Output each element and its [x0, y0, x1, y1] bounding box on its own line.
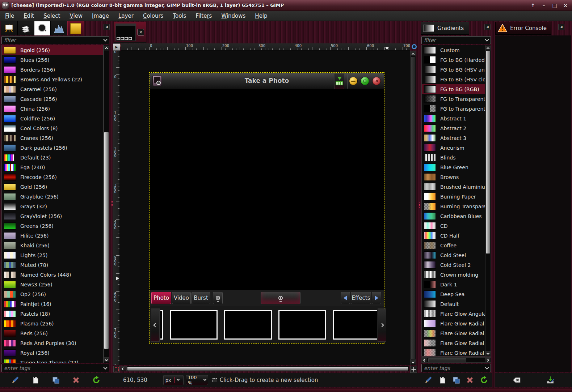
tab-palettes[interactable] — [67, 21, 84, 35]
pane-grip[interactable] — [112, 201, 113, 207]
ruler-menu-button[interactable]: ▶ — [113, 43, 120, 51]
gradient-item[interactable]: Deep Sea — [422, 289, 485, 299]
tab-brushes[interactable] — [34, 21, 51, 35]
palette-item[interactable]: Hilite (256) — [2, 231, 103, 240]
palette-tags-input[interactable]: enter tags — [1, 364, 109, 372]
gradient-item[interactable]: CD Half — [422, 231, 485, 240]
save-log-button[interactable] — [546, 375, 555, 385]
edit-gradient-button[interactable] — [424, 375, 433, 385]
tab-document-history[interactable] — [17, 21, 34, 35]
palette-item[interactable]: Cranes (256) — [2, 133, 103, 143]
duplicate-gradient-button[interactable] — [451, 375, 461, 385]
gradient-item[interactable]: Dark 1 — [422, 280, 485, 289]
image-tab-close-icon[interactable]: × — [138, 29, 144, 35]
menu-view[interactable]: View — [70, 13, 83, 19]
palette-item[interactable]: Browns And Yellows (22) — [2, 74, 103, 84]
menu-edit[interactable]: Edit — [24, 13, 34, 19]
menu-image[interactable]: Image — [92, 13, 109, 19]
palette-item[interactable]: Paintjet (16) — [2, 299, 103, 309]
gradient-item[interactable]: Burning Paper — [422, 192, 485, 201]
palette-item[interactable]: Lights (25) — [2, 250, 103, 260]
delete-palette-button[interactable] — [71, 375, 81, 385]
gradient-item[interactable]: Flare Glow Radial 4 — [422, 348, 485, 357]
gradient-item[interactable]: FG to BG (HSV clockwise hue) — [422, 74, 485, 84]
pane-grip[interactable] — [419, 203, 420, 208]
gradient-item[interactable]: Abstract 1 — [422, 114, 485, 123]
palette-item[interactable]: Gold (256) — [2, 182, 103, 192]
new-palette-button[interactable] — [31, 375, 40, 385]
palette-item[interactable]: Named Colors (448) — [2, 270, 103, 280]
gradient-item[interactable]: Burning Transparency — [422, 201, 485, 211]
gradient-item[interactable]: Browns — [422, 172, 485, 182]
gradient-filter-input[interactable]: filter — [421, 36, 491, 44]
gradient-item[interactable]: Flare Glow Angular 1 — [422, 309, 485, 319]
gradient-item[interactable]: FG to BG (RGB) — [422, 84, 485, 94]
gradients-dock-menu-button[interactable]: ◀ — [484, 24, 491, 30]
palette-item[interactable]: Khaki (256) — [2, 240, 103, 250]
scroll-left-button[interactable] — [121, 366, 126, 371]
palette-item[interactable]: News3 (256) — [2, 280, 103, 289]
gradient-item[interactable]: Aneurism — [422, 143, 485, 153]
menu-tools[interactable]: Tools — [173, 13, 186, 19]
canvas-vertical-scrollbar[interactable] — [410, 51, 416, 365]
canvas-viewport[interactable]: Take a Photo ✕ Photo Video Burst — [120, 51, 410, 365]
keep-above-button[interactable]: ↑ — [530, 3, 536, 8]
gradient-item[interactable]: Custom — [422, 45, 485, 55]
palette-item[interactable]: Cool Colors (8) — [2, 123, 103, 133]
close-button[interactable]: × — [563, 3, 568, 8]
refresh-gradients-button[interactable] — [479, 375, 489, 385]
palette-item[interactable]: Borders (256) — [2, 65, 103, 74]
gradient-horizontal-scrollbar[interactable] — [421, 357, 491, 363]
menu-select[interactable]: Select — [43, 13, 60, 19]
palette-item[interactable]: Ega (240) — [2, 162, 103, 172]
refresh-palettes-button[interactable] — [92, 375, 101, 385]
navigation-button[interactable] — [410, 366, 417, 373]
palette-item[interactable]: Firecode (256) — [2, 172, 103, 182]
clear-errors-button[interactable] — [512, 375, 521, 385]
gradient-item[interactable]: Flare Glow Radial 1 — [422, 319, 485, 328]
minimize-button[interactable]: – — [541, 3, 547, 8]
gradient-item[interactable]: Brushed Aluminium — [422, 182, 485, 192]
zoom-follow-toggle[interactable] — [412, 44, 417, 49]
vertical-ruler[interactable]: - 1 0 001 0 02 0 03 0 04 0 05 0 06 0 07 … — [113, 51, 120, 365]
horizontal-ruler[interactable]: -1000100200300400500600700 — [121, 43, 410, 51]
palette-item[interactable]: Greens (256) — [2, 221, 103, 231]
gradient-tags-input[interactable]: enter tags — [421, 364, 491, 372]
palette-item[interactable]: Royal (256) — [2, 348, 103, 358]
palette-item[interactable]: China (256) — [2, 104, 103, 114]
palette-filter-input[interactable]: filter — [1, 36, 109, 44]
gradient-item[interactable]: Cold Steel — [422, 250, 485, 260]
gradient-item[interactable]: Crown molding — [422, 270, 485, 280]
unit-dropdown[interactable]: px — [163, 375, 184, 385]
palette-item[interactable]: Plasma (256) — [2, 319, 103, 328]
palette-item[interactable]: Caramel (256) — [2, 84, 103, 94]
new-gradient-button[interactable] — [438, 375, 447, 385]
gradient-item[interactable]: Coffee — [422, 240, 485, 250]
palette-item[interactable]: Grayblue (256) — [2, 192, 103, 201]
edit-palette-button[interactable] — [10, 375, 20, 385]
tab-gradients[interactable]: Gradients — [421, 22, 469, 35]
gradient-list-scrollbar[interactable] — [485, 45, 491, 357]
palette-list-scrollbar[interactable] — [104, 45, 109, 363]
palette-item[interactable]: Cascade (256) — [2, 94, 103, 104]
tab-error-console[interactable]: Error Console — [495, 22, 551, 35]
canvas-horizontal-scrollbar[interactable] — [126, 366, 409, 371]
menu-help[interactable]: Help — [255, 13, 267, 19]
gradient-item[interactable]: Blue Green — [422, 162, 485, 172]
palette-item[interactable]: Op2 (256) — [2, 289, 103, 299]
gradient-item[interactable]: Caribbean Blues — [422, 211, 485, 221]
gradient-item[interactable]: Abstract 3 — [422, 133, 485, 143]
palette-item[interactable]: Reds (256) — [2, 328, 103, 338]
gradient-item[interactable]: FG to Transparent (Hardedge) — [422, 104, 485, 114]
quick-mask-toggle[interactable] — [113, 366, 120, 372]
palette-item[interactable]: Muted (78) — [2, 260, 103, 270]
palette-item[interactable]: Tango Icon Theme (27) — [2, 358, 103, 363]
menu-colours[interactable]: Colours — [143, 13, 164, 19]
zoom-dropdown[interactable]: 100 % — [186, 375, 208, 385]
palette-item[interactable]: Pastels (18) — [2, 309, 103, 319]
gradient-item[interactable]: FG to Transparent — [422, 94, 485, 104]
maximize-button[interactable]: □ — [552, 3, 558, 8]
gradient-item[interactable]: FG to BG (Hardedge) — [422, 55, 485, 65]
gradient-item[interactable]: Flare Glow Radial 2 — [422, 328, 485, 338]
palette-item[interactable]: Grays (32) — [2, 201, 103, 211]
